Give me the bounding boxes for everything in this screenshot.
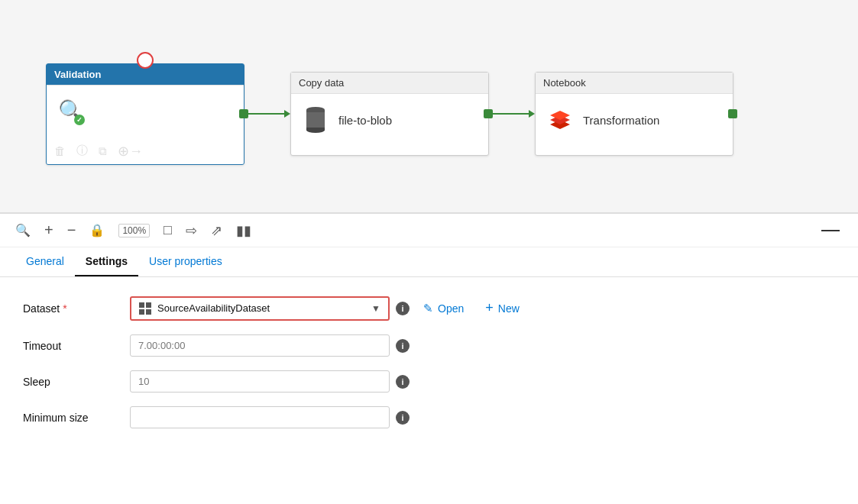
tab-user-properties-label: User properties: [149, 255, 222, 267]
info-icon[interactable]: ⓘ: [76, 144, 88, 158]
expand-tool-button[interactable]: ⇗: [211, 222, 222, 239]
validation-node[interactable]: Validation 🔍 ✓ Availability flag 🗑 ⓘ ⧉ ⊕…: [46, 63, 244, 165]
connector-1: [244, 110, 290, 118]
connector-arrow-2: [529, 110, 535, 118]
sleep-info-icon[interactable]: i: [396, 375, 410, 389]
svg-rect-6: [146, 309, 151, 315]
notebook-right-connector: [728, 109, 737, 118]
copy-data-header-label: Copy data: [299, 77, 344, 89]
dataset-row: Dataset * SourceAvailabilityDataset ▼ i: [23, 296, 835, 321]
timeout-control-wrapper: i: [130, 334, 835, 357]
tab-general-label: General: [26, 255, 64, 267]
notebook-header: Notebook: [536, 73, 733, 94]
minimum-size-info-icon[interactable]: i: [396, 411, 410, 425]
notebook-body: Transformation: [536, 94, 733, 146]
dataset-control-wrapper: SourceAvailabilityDataset ▼ i ✎ Open + N…: [130, 296, 835, 321]
notebook-label: Transformation: [583, 114, 659, 127]
validation-toolbar: 🗑 ⓘ ⧉ ⊕→: [47, 137, 244, 164]
database-icon: [306, 107, 325, 133]
pipeline-canvas: Validation 🔍 ✓ Availability flag 🗑 ⓘ ⧉ ⊕…: [0, 0, 858, 214]
canvas-toolbar: 🔍 + − 🔒 100% □ ⇨ ⇗ ▮▮: [0, 214, 858, 247]
copy-data-header: Copy data: [291, 73, 488, 94]
connector-line-2: [489, 113, 529, 115]
plus-new-icon: +: [485, 300, 494, 316]
copy-data-label: file-to-blob: [338, 114, 392, 127]
sleep-row: Sleep i: [23, 370, 835, 393]
add-tool-button[interactable]: +: [44, 221, 53, 239]
dataset-value: SourceAvailabilityDataset: [157, 302, 270, 314]
sleep-control-wrapper: i: [130, 370, 835, 393]
dataset-grid-icon: [139, 302, 151, 315]
validation-node-body: 🔍 ✓ Availability flag: [47, 86, 244, 137]
pencil-icon: ✎: [423, 302, 433, 315]
timeout-info-icon[interactable]: i: [396, 339, 410, 353]
copy-data-body: file-to-blob: [291, 94, 488, 146]
timeout-label: Timeout: [23, 340, 130, 352]
copy-data-node[interactable]: Copy data file-to-blob: [290, 72, 489, 156]
dataset-required: *: [63, 302, 66, 315]
connector-line-1: [244, 113, 284, 115]
notebook-node[interactable]: Notebook Transformation: [535, 72, 733, 156]
connector-2: [489, 110, 535, 118]
svg-rect-3: [139, 302, 144, 308]
validation-node-label: Availability flag: [94, 105, 170, 118]
delete-icon[interactable]: 🗑: [54, 144, 66, 157]
check-badge: ✓: [74, 115, 85, 125]
dataset-info-icon[interactable]: i: [396, 302, 410, 315]
tab-settings[interactable]: Settings: [75, 247, 138, 276]
layers-tool-button[interactable]: ▮▮: [236, 222, 251, 239]
tabs-container: General Settings User properties: [0, 247, 858, 277]
frame-tool-button[interactable]: □: [164, 222, 172, 238]
pipeline-flow: Validation 🔍 ✓ Availability flag 🗑 ⓘ ⧉ ⊕…: [46, 63, 733, 165]
notebook-icon-container: [546, 106, 574, 134]
minimum-size-label: Minimum size: [23, 412, 130, 424]
minimum-size-row: Minimum size i: [23, 406, 835, 428]
svg-rect-5: [139, 309, 144, 315]
validation-icon: 🔍 ✓: [57, 98, 85, 125]
delete-circle: [137, 52, 154, 69]
validation-header-label: Validation: [54, 69, 101, 80]
subtract-tool-button[interactable]: −: [67, 221, 76, 239]
dataset-select-inner: SourceAvailabilityDataset: [139, 302, 270, 315]
dataset-select[interactable]: SourceAvailabilityDataset ▼: [130, 296, 390, 321]
dataset-chevron-icon: ▼: [371, 303, 380, 314]
notebook-layers-icon: [547, 109, 573, 131]
lock-tool-button[interactable]: 🔒: [89, 223, 105, 237]
new-button-label: New: [498, 302, 520, 315]
minimum-size-input[interactable]: [130, 406, 390, 428]
open-button-label: Open: [438, 302, 464, 315]
sleep-input[interactable]: [130, 370, 390, 393]
tab-settings-label: Settings: [86, 255, 128, 267]
toolbar-separator: [821, 230, 840, 231]
settings-form: Dataset * SourceAvailabilityDataset ▼ i: [0, 277, 858, 460]
copy-icon[interactable]: ⧉: [99, 144, 107, 158]
dataset-label: Dataset *: [23, 302, 130, 315]
notebook-header-label: Notebook: [543, 77, 586, 89]
timeout-input[interactable]: [130, 334, 390, 357]
search-tool-button[interactable]: 🔍: [15, 223, 31, 237]
minimum-size-control-wrapper: i: [130, 406, 835, 428]
tab-user-properties[interactable]: User properties: [138, 247, 233, 276]
svg-rect-4: [146, 302, 151, 308]
sleep-label: Sleep: [23, 376, 130, 388]
timeout-row: Timeout i: [23, 334, 835, 357]
zoom-level-display[interactable]: 100%: [118, 224, 150, 237]
connector-arrow-1: [284, 110, 290, 118]
add-connection-icon[interactable]: ⊕→: [118, 143, 143, 160]
tab-general[interactable]: General: [15, 247, 75, 276]
copy-data-icon: [302, 106, 329, 134]
select-tool-button[interactable]: ⇨: [186, 222, 197, 239]
open-dataset-button[interactable]: ✎ Open: [416, 297, 471, 320]
new-dataset-button[interactable]: + New: [478, 296, 527, 321]
